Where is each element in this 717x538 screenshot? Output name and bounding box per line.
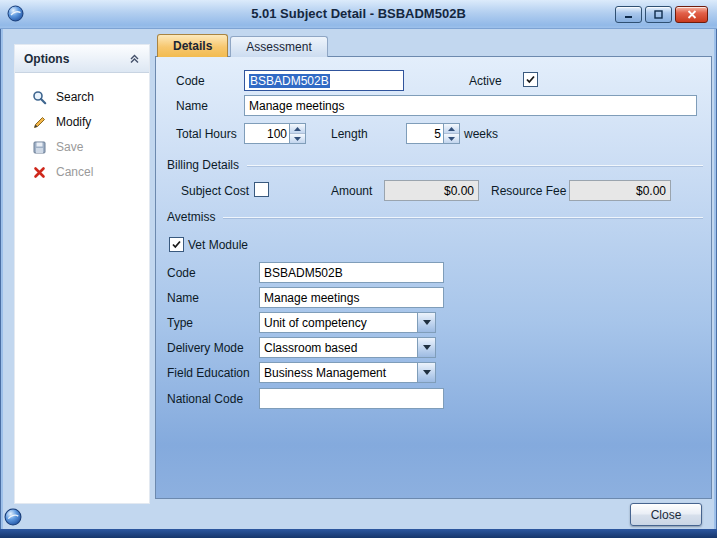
active-checkbox[interactable] [523, 72, 538, 87]
chevron-down-icon[interactable] [417, 338, 435, 357]
field-education-dropdown[interactable]: Business Management [259, 362, 436, 383]
amount-label: Amount [331, 184, 372, 198]
sidebar-item-modify[interactable]: Modify [15, 111, 149, 133]
options-header-label: Options [24, 52, 69, 66]
details-tab-panel: Code BSBADM502B Active Name Manage meeti… [155, 56, 712, 499]
national-code-input[interactable] [259, 388, 444, 409]
length-units-label: weeks [464, 127, 498, 141]
window-bottom-edge [0, 529, 717, 538]
total-hours-spin-buttons [289, 124, 305, 143]
titlebar[interactable]: 5.01 Subject Detail - BSBADM502B [0, 0, 717, 29]
options-items: Search Modify [15, 73, 149, 183]
code-label: Code [176, 74, 205, 88]
length-value: 5 [407, 124, 443, 143]
type-value: Unit of competency [260, 313, 417, 332]
spin-down-button[interactable] [444, 133, 459, 143]
sidebar-item-save[interactable]: Save [15, 136, 149, 158]
tab-assessment[interactable]: Assessment [230, 36, 327, 57]
save-icon [31, 139, 47, 155]
resource-fee-label: Resource Fee [491, 184, 566, 198]
delivery-mode-dropdown[interactable]: Classroom based [259, 337, 436, 358]
avetmiss-code-input[interactable]: BSBADM502B [259, 262, 444, 283]
avetmiss-name-label: Name [167, 291, 199, 305]
maximize-button[interactable] [645, 6, 672, 23]
total-hours-value: 100 [245, 124, 289, 143]
field-education-label: Field Education [167, 366, 250, 380]
name-input[interactable]: Manage meetings [244, 95, 697, 116]
avetmiss-name-value: Manage meetings [264, 291, 359, 305]
tab-strip: Details Assessment [157, 35, 328, 57]
vet-module-label: Vet Module [188, 238, 248, 252]
length-stepper[interactable]: 5 [406, 123, 460, 144]
avetmiss-name-input[interactable]: Manage meetings [259, 287, 444, 308]
sidebar-item-label: Cancel [56, 165, 93, 179]
sidebar-item-label: Modify [56, 115, 91, 129]
pencil-icon [31, 114, 47, 130]
spin-down-button[interactable] [290, 133, 305, 143]
app-icon-bottom [4, 508, 22, 526]
collapse-chevron-icon[interactable] [129, 54, 140, 64]
spin-up-button[interactable] [444, 124, 459, 133]
type-dropdown[interactable]: Unit of competency [259, 312, 436, 333]
avetmiss-code-value: BSBADM502B [264, 266, 343, 280]
name-label: Name [176, 99, 208, 113]
name-value: Manage meetings [249, 99, 344, 113]
resource-fee-value: $0.00 [636, 184, 666, 198]
billing-details-group-header: Billing Details [167, 158, 703, 172]
code-input[interactable]: BSBADM502B [244, 70, 404, 91]
length-label: Length [331, 127, 368, 141]
tab-label: Assessment [246, 40, 311, 54]
chevron-down-icon[interactable] [417, 313, 435, 332]
cancel-x-icon [31, 164, 47, 180]
spin-up-button[interactable] [290, 124, 305, 133]
subject-detail-window: 5.01 Subject Detail - BSBADM502B Options [0, 0, 717, 538]
options-sidebar: Options Search [14, 44, 150, 504]
national-code-label: National Code [167, 392, 243, 406]
amount-value: $0.00 [444, 184, 474, 198]
subject-cost-checkbox[interactable] [254, 182, 269, 197]
delivery-mode-value: Classroom based [260, 338, 417, 357]
total-hours-stepper[interactable]: 100 [244, 123, 306, 144]
avetmiss-group-header: Avetmiss [167, 210, 703, 224]
tab-details[interactable]: Details [157, 34, 228, 57]
length-spin-buttons [443, 124, 459, 143]
type-label: Type [167, 316, 193, 330]
close-button[interactable]: Close [630, 503, 702, 526]
sidebar-item-search[interactable]: Search [15, 86, 149, 108]
subject-cost-label: Subject Cost [181, 184, 249, 198]
group-divider [247, 165, 703, 166]
code-value-selected-text: BSBADM502B [249, 74, 330, 88]
sidebar-item-label: Save [56, 140, 83, 154]
chevron-down-icon[interactable] [417, 363, 435, 382]
options-header[interactable]: Options [15, 45, 149, 73]
sidebar-item-cancel[interactable]: Cancel [15, 161, 149, 183]
resource-fee-input: $0.00 [569, 180, 671, 201]
field-education-value: Business Management [260, 363, 417, 382]
vet-module-checkbox[interactable] [169, 237, 184, 252]
active-label: Active [469, 74, 502, 88]
close-window-button[interactable] [675, 6, 708, 23]
minimize-button[interactable] [615, 6, 642, 23]
amount-input: $0.00 [384, 180, 479, 201]
window-title: 5.01 Subject Detail - BSBADM502B [0, 6, 717, 21]
group-divider [223, 217, 703, 218]
avetmiss-label: Avetmiss [167, 210, 215, 224]
window-controls [615, 6, 708, 23]
sidebar-item-label: Search [56, 90, 94, 104]
search-icon [31, 89, 47, 105]
tab-label: Details [173, 39, 212, 53]
avetmiss-code-label: Code [167, 266, 196, 280]
billing-details-label: Billing Details [167, 158, 239, 172]
delivery-mode-label: Delivery Mode [167, 341, 244, 355]
total-hours-label: Total Hours [176, 127, 237, 141]
